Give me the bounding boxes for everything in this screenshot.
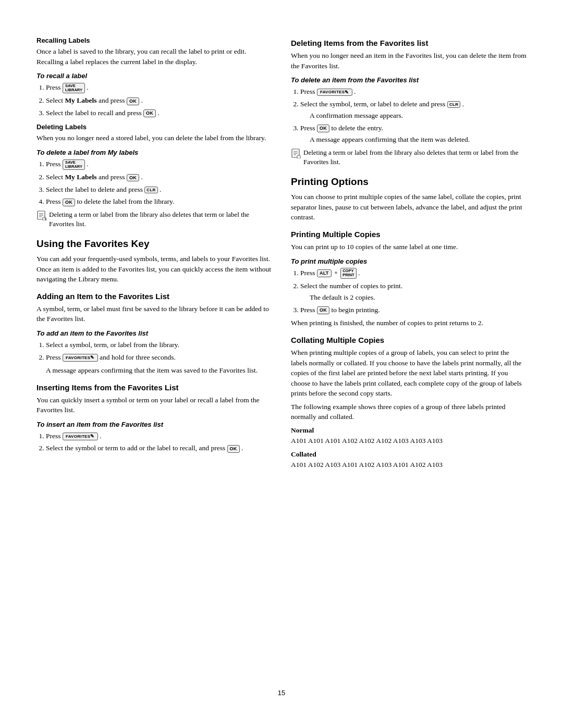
step-text: Press [46,353,63,361]
recall-label-steps: Press SAVELIBRARY . Select My Labels and… [46,82,272,118]
page: Recalling Labels Once a label is saved t… [0,0,563,728]
list-item: Select the symbol or term to add or the … [46,443,272,453]
step-text: . [87,83,88,91]
step-text: . [462,100,464,108]
step-text: . [160,186,161,193]
printing-options-body: You can choose to print multiple copies … [291,192,527,223]
page-number: 15 [36,689,527,697]
list-item: Select My Labels and press OK . [46,172,272,182]
delete-item-note-block: Deleting a term or label from the librar… [291,148,527,167]
step-subnote: A message appears confirming that the it… [310,134,527,145]
step-text: . [87,160,88,168]
note-icon: ✎ [36,210,47,220]
ok-key: OK [143,109,156,117]
collating-body: When printing multiple copies of a group… [291,348,527,399]
insert-item-proc-title: To insert an item from the Favorites lis… [36,421,272,428]
collating-multiple-copies-title: Collating Multiple Copies [291,336,527,344]
ok-key: OK [317,306,329,314]
print-multiple-after-note: When printing is finished, the number of… [291,318,527,328]
step-text: . [141,96,142,104]
inserting-items-favorites-body: You can quickly insert a symbol or term … [36,395,272,415]
recall-label-proc-title: To recall a label [36,72,272,80]
adding-item-favorites-body: A symbol, term, or label must first be s… [36,304,272,324]
printing-options-title: Printing Options [291,176,527,188]
step-text: Press [46,198,63,205]
note-svg [291,148,301,158]
step-text: Select the number of copies to print. [300,282,402,290]
collated-label: Collated [291,450,316,458]
recalling-labels-title: Recalling Labels [36,36,272,44]
deleting-labels-title: Deleting Labels [36,123,272,131]
step-text: Select a symbol, term, or label from the… [46,341,179,349]
delete-item-steps: Press FAVORITES✎ . Select the symbol, te… [300,87,527,145]
normal-values: A101 A101 A101 A102 A102 A102 A103 A103 … [291,437,527,445]
plus-sign: + [334,269,338,277]
clr-key: CLR [447,101,460,108]
list-item: Press OK to begin printing. [300,305,527,315]
list-item: Press SAVELIBRARY . [46,159,272,170]
favorites-key: FAVORITES✎ [63,433,98,440]
left-column: Recalling Labels Once a label is saved t… [36,31,272,673]
list-item: Select the label to recall and press OK … [46,108,272,118]
printing-multiple-copies-title: Printing Multiple Copies [291,230,527,239]
step-subnote: The default is 2 copies. [310,292,527,303]
step-text: . [358,269,360,277]
step-text: Select My Labels and press [46,96,127,104]
collated-example: Collated [291,450,527,459]
step-text: Press [46,160,63,168]
step-text: Press [46,83,63,91]
svg-text:✎: ✎ [44,218,47,220]
collating-examples: Normal A101 A101 A101 A102 A102 A102 A10… [291,426,527,469]
list-item: Select the symbol, term, or label to del… [300,99,527,121]
using-favorites-key-title: Using the Favorites Key [36,238,272,250]
delete-label-note-text: Deleting a term or label from the librar… [49,210,272,229]
note-svg: ✎ [36,210,47,220]
ok-key: OK [63,199,75,206]
clr-key: CLR [144,187,157,194]
print-multiple-proc-title: To print multiple copies [291,257,527,265]
alt-key: ALT [317,269,332,277]
save-library-key: SAVELIBRARY [63,83,85,94]
ok-key: OK [127,174,139,182]
save-library-key: SAVELIBRARY [63,159,85,170]
step-text: . [158,109,160,117]
list-item: Press ALT + COPYPRINT . [300,268,527,279]
step-text: . [100,432,101,440]
list-item: Select a symbol, term, or label from the… [46,340,272,350]
step-text: . [141,173,142,181]
deleting-items-favorites-title: Deleting Items from the Favorites list [291,39,527,47]
svg-rect-10 [297,155,300,158]
collated-values: A101 A102 A103 A101 A102 A103 A101 A102 … [291,461,527,469]
favorites-key: FAVORITES✎ [317,89,352,96]
list-item: Press FAVORITES✎ and hold for three seco… [46,352,272,363]
ok-key: OK [317,125,329,132]
print-multiple-steps: Press ALT + COPYPRINT . Select the numbe… [300,268,527,315]
step-subnote: A confirmation message appears. [310,110,527,121]
step-text: Press [300,88,317,95]
list-item: Press OK to delete the label from the li… [46,196,272,207]
insert-item-steps: Press FAVORITES✎ . Select the symbol or … [46,431,272,453]
deleting-items-favorites-body: When you no longer need an item in the F… [291,51,527,71]
delete-label-steps: Press SAVELIBRARY . Select My Labels and… [46,159,272,207]
step-text: Press [300,269,317,277]
note-icon [291,148,301,158]
step-text: to delete the entry. [331,124,383,132]
normal-value-text: A101 A101 A101 A102 A102 A102 A103 A103 … [291,437,443,445]
add-item-steps: Select a symbol, term, or label from the… [46,340,272,362]
step-text: Press [300,124,317,132]
list-item: Select My Labels and press OK . [46,95,272,106]
delete-label-proc-title: To delete a label from My labels [36,149,272,156]
list-item: Press FAVORITES✎ . [300,87,527,97]
list-item: Press FAVORITES✎ . [46,431,272,441]
list-item: Select the number of copies to print. Th… [300,281,527,303]
step-text: Select My Labels and press [46,173,127,181]
step-text: Select the symbol or term to add or the … [46,444,227,452]
delete-label-note: ✎ Deleting a term or label from the libr… [36,210,272,229]
step-text: . [354,88,356,95]
step-text: . [241,444,243,452]
normal-label: Normal [291,426,314,434]
collated-value-text: A101 A102 A103 A101 A102 A103 A101 A102 … [291,461,443,468]
inserting-items-favorites-title: Inserting Items from the Favorites List [36,383,272,392]
add-item-note: A message appears confirming that the it… [46,365,272,376]
list-item: Select the label to delete and press CLR… [46,184,272,195]
